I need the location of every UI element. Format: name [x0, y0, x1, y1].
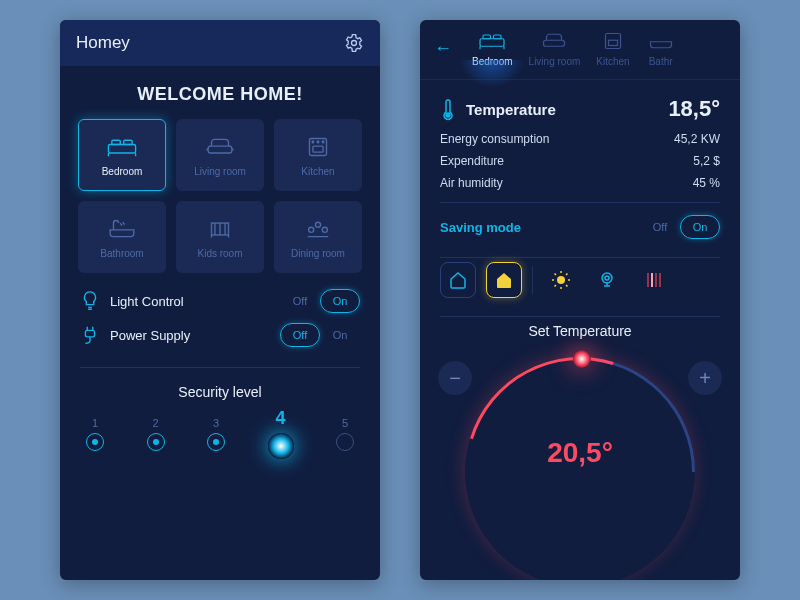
- power-on[interactable]: On: [320, 323, 360, 347]
- sec-level-5[interactable]: 5: [336, 417, 354, 451]
- device-camera[interactable]: [589, 262, 625, 298]
- bulb-icon: [80, 290, 100, 312]
- room-card-kitchen[interactable]: Kitchen: [274, 119, 362, 191]
- tab-label: Living room: [529, 56, 581, 67]
- room-detail-screen: ← Bedroom Living room Kitchen Bathr Temp…: [420, 20, 740, 580]
- divider: [80, 367, 360, 368]
- thermometer-icon: [440, 97, 456, 121]
- room-tabs: ← Bedroom Living room Kitchen Bathr: [420, 20, 740, 80]
- svg-point-23: [602, 273, 612, 283]
- home-screen: Homey WELCOME HOME! Bedroom Living room …: [60, 20, 380, 580]
- room-card-bedroom[interactable]: Bedroom: [78, 119, 166, 191]
- saving-off[interactable]: Off: [640, 215, 680, 239]
- controls: Light Control Off On Power Supply Off On: [60, 273, 380, 363]
- sun-icon: [551, 270, 571, 290]
- bathtub-icon: [646, 30, 676, 52]
- home-outline-icon: [448, 270, 468, 290]
- room-card-living[interactable]: Living room: [176, 119, 264, 191]
- svg-rect-17: [494, 35, 502, 39]
- svg-point-13: [322, 227, 327, 232]
- svg-point-21: [446, 113, 450, 117]
- tab-living[interactable]: Living room: [529, 30, 581, 67]
- app-title: Homey: [76, 33, 130, 53]
- welcome-heading: WELCOME HOME!: [60, 84, 380, 105]
- power-toggle[interactable]: Off On: [280, 323, 360, 347]
- device-home-outline[interactable]: [440, 262, 476, 298]
- set-temperature-value: 20,5°: [547, 437, 613, 469]
- device-sun[interactable]: [543, 262, 579, 298]
- saving-toggle[interactable]: Off On: [640, 215, 720, 239]
- divider: [440, 257, 720, 258]
- power-supply-row: Power Supply Off On: [80, 323, 360, 347]
- power-supply-label: Power Supply: [110, 328, 190, 343]
- tab-label: Bedroom: [472, 56, 513, 67]
- room-grid: Bedroom Living room Kitchen Bathroom Kid…: [60, 119, 380, 273]
- stat-humidity: Air humidity45 %: [440, 176, 720, 190]
- svg-point-7: [312, 141, 314, 143]
- sec-level-3[interactable]: 3: [207, 417, 225, 451]
- saving-mode-row: Saving mode Off On: [420, 207, 740, 253]
- decrease-button[interactable]: −: [438, 361, 472, 395]
- room-label: Kids room: [197, 248, 242, 259]
- topbar: Homey: [60, 20, 380, 66]
- sofa-icon: [203, 134, 237, 160]
- svg-point-11: [315, 222, 320, 227]
- svg-rect-16: [483, 35, 491, 39]
- home-filled-icon: [494, 270, 514, 290]
- room-label: Bedroom: [102, 166, 143, 177]
- temperature-label: Temperature: [466, 101, 556, 118]
- svg-rect-3: [124, 140, 133, 144]
- tab-bedroom[interactable]: Bedroom: [472, 30, 513, 67]
- device-radiator[interactable]: [635, 262, 671, 298]
- room-card-kids[interactable]: Kids room: [176, 201, 264, 273]
- camera-icon: [597, 270, 617, 290]
- back-arrow-icon[interactable]: ←: [434, 38, 452, 59]
- plug-icon: [80, 324, 100, 346]
- crib-icon: [203, 216, 237, 242]
- light-on[interactable]: On: [320, 289, 360, 313]
- sec-level-1[interactable]: 1: [86, 417, 104, 451]
- room-label: Kitchen: [301, 166, 334, 177]
- light-off[interactable]: Off: [280, 289, 320, 313]
- divider: [440, 316, 720, 317]
- svg-point-12: [309, 227, 314, 232]
- tab-label: Bathr: [649, 56, 673, 67]
- oven-icon: [598, 30, 628, 52]
- tab-kitchen[interactable]: Kitchen: [596, 30, 629, 67]
- svg-rect-20: [608, 40, 617, 45]
- bed-icon: [477, 30, 507, 52]
- svg-rect-2: [112, 140, 121, 144]
- svg-rect-1: [108, 144, 135, 153]
- saving-on[interactable]: On: [680, 215, 720, 239]
- security-row: 1 2 3 4 5: [60, 408, 380, 475]
- bed-icon: [105, 134, 139, 160]
- device-row: [420, 262, 740, 312]
- power-off[interactable]: Off: [280, 323, 320, 347]
- room-label: Dining room: [291, 248, 345, 259]
- dining-icon: [301, 216, 335, 242]
- tab-bathroom[interactable]: Bathr: [646, 30, 676, 67]
- svg-rect-14: [85, 330, 94, 336]
- light-control-row: Light Control Off On: [80, 289, 360, 313]
- svg-rect-18: [544, 40, 565, 46]
- stats-block: Energy consumption45,2 KW Expenditure5,2…: [420, 132, 740, 198]
- radiator-icon: [643, 270, 663, 290]
- sofa-icon: [539, 30, 569, 52]
- device-home-filled[interactable]: [486, 262, 522, 298]
- room-card-bathroom[interactable]: Bathroom: [78, 201, 166, 273]
- svg-rect-6: [313, 146, 323, 152]
- svg-point-0: [352, 41, 357, 46]
- temperature-dial[interactable]: − + 20,5°: [420, 347, 740, 477]
- sec-level-4[interactable]: 4: [268, 408, 294, 459]
- room-card-dining[interactable]: Dining room: [274, 201, 362, 273]
- stat-energy: Energy consumption45,2 KW: [440, 132, 720, 146]
- sec-level-2[interactable]: 2: [147, 417, 165, 451]
- gear-icon[interactable]: [344, 33, 364, 53]
- light-toggle[interactable]: Off On: [280, 289, 360, 313]
- room-label: Living room: [194, 166, 246, 177]
- room-label: Bathroom: [100, 248, 143, 259]
- svg-point-9: [322, 141, 324, 143]
- dial-knob[interactable]: [573, 350, 591, 368]
- svg-rect-15: [480, 39, 504, 47]
- increase-button[interactable]: +: [688, 361, 722, 395]
